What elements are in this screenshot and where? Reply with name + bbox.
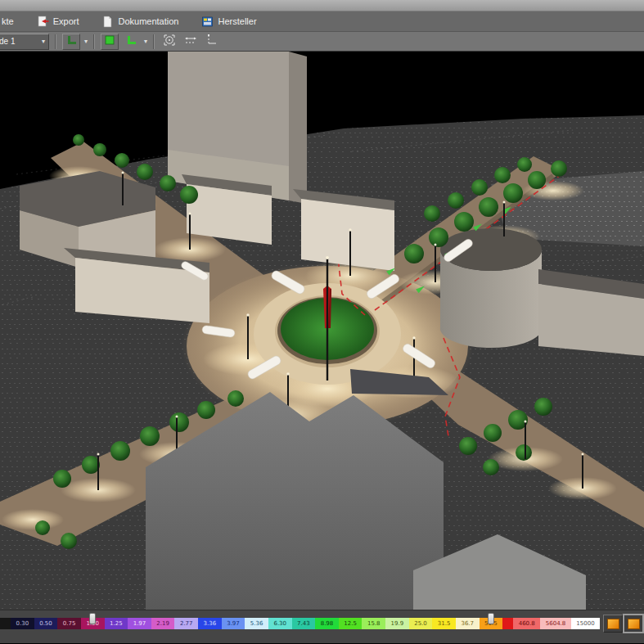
manufacturer-catalog-icon bbox=[201, 16, 214, 28]
chevron-down-icon: ▾ bbox=[42, 38, 45, 45]
scale-segment: 19.9 bbox=[385, 618, 409, 629]
scale-segment: 5.36 bbox=[245, 618, 268, 629]
scale-segment: 7.43 bbox=[292, 618, 316, 629]
scale-segment: 2.19 bbox=[151, 618, 175, 629]
scale-segment: 5604.8 bbox=[540, 618, 571, 629]
scale-segment: 12.5 bbox=[339, 618, 363, 629]
measure-distance-icon bbox=[184, 34, 197, 50]
scene-right-building bbox=[293, 189, 394, 271]
scale-segment: 31.5 bbox=[432, 618, 456, 629]
scale-segment: 460.8 bbox=[513, 618, 540, 629]
orange-swatch-icon bbox=[607, 619, 619, 629]
document-icon bbox=[101, 16, 114, 28]
scale-segment: 3.36 bbox=[198, 618, 222, 629]
export-icon bbox=[37, 16, 49, 28]
scale-slider-max[interactable] bbox=[488, 613, 494, 624]
scale-segment: 1.25 bbox=[105, 618, 128, 629]
false-color-bar: 0.300.500.751.001.251.972.192.773.363.97… bbox=[0, 610, 644, 643]
toolbar: de 1 ▾ ▾ ▾ bbox=[0, 32, 644, 52]
toolbar-separator bbox=[153, 34, 155, 49]
scene-far-right-building bbox=[538, 269, 644, 356]
scale-segment: 2.77 bbox=[174, 618, 198, 629]
menu-label: Export bbox=[53, 16, 79, 26]
scale-segment: 8.98 bbox=[315, 618, 339, 629]
menu-label: Hersteller bbox=[218, 16, 256, 26]
green-square-icon bbox=[104, 34, 115, 49]
scale-segment: 36.7 bbox=[456, 618, 480, 629]
menu-label: Dokumentation bbox=[118, 16, 178, 26]
scale-segment: 1.97 bbox=[128, 618, 151, 629]
scene-annex-building bbox=[182, 174, 272, 245]
scale-segment: 6.30 bbox=[268, 618, 292, 629]
menu-label: kte bbox=[2, 16, 14, 26]
scene-render bbox=[0, 52, 644, 610]
chevron-down-icon[interactable]: ▾ bbox=[84, 38, 88, 45]
menu-item-export[interactable]: Export bbox=[25, 11, 91, 31]
falsecolor-option-2-button[interactable] bbox=[624, 615, 643, 633]
scene-select-dropdown[interactable]: de 1 ▾ bbox=[0, 34, 49, 50]
scale-segment: 15.8 bbox=[362, 618, 385, 629]
green-angle-icon bbox=[125, 34, 137, 49]
menu-item-dokumentation[interactable]: Dokumentation bbox=[90, 11, 190, 31]
dark-green-angle-icon bbox=[65, 34, 77, 49]
dimension-icon bbox=[205, 34, 218, 50]
menubar: kte Export Dokumentation bbox=[0, 11, 644, 32]
scale-segment bbox=[502, 618, 513, 629]
orange-swatch-icon bbox=[628, 619, 640, 629]
window-titlebar bbox=[0, 0, 644, 11]
scale-segment: 25.0 bbox=[409, 618, 433, 629]
scale-segment bbox=[0, 618, 11, 629]
menu-item-truncated[interactable]: kte bbox=[0, 11, 25, 31]
scale-segment: 15000 bbox=[571, 618, 600, 629]
corner-tool-button[interactable] bbox=[122, 34, 140, 50]
orbit-view-button[interactable] bbox=[160, 34, 178, 50]
measure-distance-button[interactable] bbox=[182, 34, 200, 50]
viewport-3d[interactable] bbox=[0, 52, 644, 610]
toolbar-separator bbox=[93, 34, 95, 49]
scene-cylindrical-building bbox=[440, 228, 542, 348]
scene-select-value: de 1 bbox=[0, 37, 15, 46]
toolbar-separator bbox=[55, 34, 56, 49]
orbit-view-icon bbox=[163, 34, 176, 50]
scale-segment: 0.30 bbox=[11, 618, 34, 629]
angle-tool-button[interactable] bbox=[62, 34, 80, 50]
scale-slider-min[interactable] bbox=[89, 613, 96, 624]
dimension-button[interactable] bbox=[203, 34, 221, 50]
scale-segment: 0.50 bbox=[34, 618, 58, 629]
chevron-down-icon[interactable]: ▾ bbox=[144, 38, 147, 45]
scale-segment: 3.97 bbox=[222, 618, 245, 629]
fill-tool-button[interactable] bbox=[101, 34, 119, 50]
scale-segment: 0.75 bbox=[57, 618, 81, 629]
falsecolor-option-1-button[interactable] bbox=[603, 615, 623, 633]
menu-item-hersteller[interactable]: Hersteller bbox=[190, 11, 268, 31]
